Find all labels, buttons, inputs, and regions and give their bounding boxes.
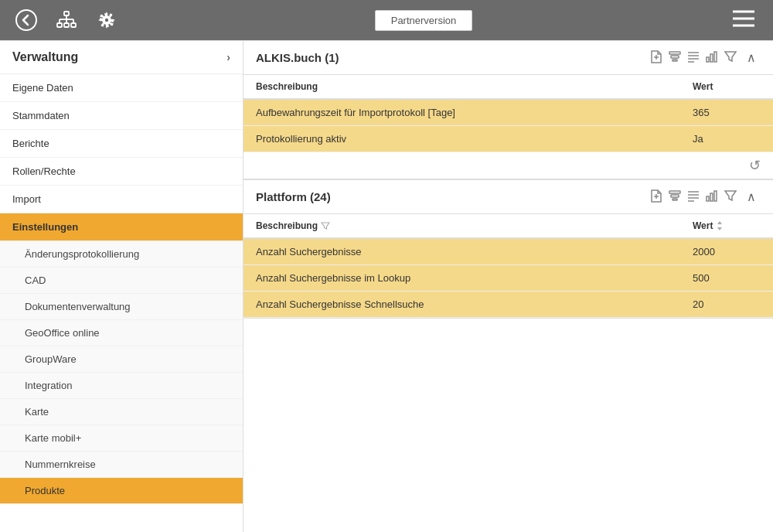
table-row[interactable]: Anzahl Suchergebnisse 2000 bbox=[243, 238, 773, 265]
svg-rect-28 bbox=[714, 52, 717, 62]
sidebar-item-karte-mobil[interactable]: Karte mobil+ bbox=[0, 425, 243, 452]
svg-rect-26 bbox=[707, 57, 709, 62]
sidebar-item-produkte[interactable]: Produkte bbox=[0, 478, 243, 504]
plattform-row0-beschreibung: Anzahl Suchergebnisse bbox=[243, 238, 680, 265]
svg-rect-20 bbox=[671, 56, 679, 58]
filter-icon[interactable] bbox=[668, 49, 682, 66]
svg-rect-27 bbox=[710, 54, 713, 62]
chart-icon[interactable] bbox=[705, 49, 719, 66]
plattform-col-wert: Wert bbox=[680, 214, 773, 238]
section-plattform: Plattform (24) bbox=[243, 180, 773, 319]
topbar-right bbox=[727, 6, 761, 34]
plattform-table: Beschreibung Wert bbox=[243, 214, 773, 318]
hamburger-button[interactable] bbox=[727, 6, 761, 34]
sidebar-item-import[interactable]: Import bbox=[0, 186, 243, 213]
section-plattform-title: Plattform (24) bbox=[256, 190, 643, 203]
alkis-col-beschreibung: Beschreibung bbox=[243, 75, 680, 99]
alkis-table: Beschreibung Wert Aufbewahrungszeit für … bbox=[243, 75, 773, 152]
section-alkis-buch-title: ALKIS.buch (1) bbox=[256, 51, 643, 64]
plattform-col-beschreibung: Beschreibung bbox=[243, 214, 680, 238]
topbar-center: Partnerversion bbox=[133, 10, 714, 31]
svg-point-0 bbox=[16, 10, 36, 30]
undo-icon[interactable]: ↺ bbox=[749, 157, 761, 174]
undo-area: ↺ bbox=[243, 152, 773, 179]
sidebar-item-einstellungen[interactable]: Einstellungen bbox=[0, 213, 243, 241]
plattform-table-header: Beschreibung Wert bbox=[243, 214, 773, 238]
right-panel: ALKIS.buch (1) bbox=[243, 41, 773, 532]
svg-rect-33 bbox=[673, 199, 677, 200]
svg-rect-2 bbox=[57, 23, 62, 27]
plattform-collapse-button[interactable]: ∧ bbox=[742, 188, 761, 206]
main-container: Verwaltung › Eigene Daten Stammdaten Ber… bbox=[0, 40, 773, 532]
plattform-filter2-icon[interactable] bbox=[668, 189, 682, 206]
svg-rect-40 bbox=[714, 191, 717, 201]
plattform-wert-sort-icon[interactable] bbox=[716, 220, 724, 231]
section-plattform-header: Plattform (24) bbox=[243, 180, 773, 214]
sidebar-item-integration[interactable]: Integration bbox=[0, 373, 243, 399]
sidebar-item-cad[interactable]: CAD bbox=[0, 268, 243, 294]
funnel-icon[interactable] bbox=[724, 49, 737, 66]
list-icon[interactable] bbox=[686, 49, 700, 66]
svg-rect-31 bbox=[669, 191, 680, 193]
gear-button[interactable] bbox=[93, 6, 121, 34]
sidebar-item-groupware[interactable]: GroupWare bbox=[0, 346, 243, 373]
svg-rect-39 bbox=[710, 193, 713, 201]
plattform-row2-beschreibung: Anzahl Suchergebnisse Schnellsuche bbox=[243, 292, 680, 318]
alkis-table-header: Beschreibung Wert bbox=[243, 75, 773, 99]
table-row[interactable]: Anzahl Suchergebnisse im Lookup 500 bbox=[243, 265, 773, 292]
svg-rect-3 bbox=[64, 23, 69, 27]
sidebar-item-nummernkreise[interactable]: Nummernkreise bbox=[0, 452, 243, 478]
sidebar-item-dokumentenverwaltung[interactable]: Dokumentenverwaltung bbox=[0, 294, 243, 320]
plattform-list-icon[interactable] bbox=[686, 189, 700, 206]
section-alkis-buch-icons: ∧ bbox=[649, 49, 761, 66]
alkis-row1-wert: Ja bbox=[680, 126, 773, 152]
section-alkis-buch: ALKIS.buch (1) bbox=[243, 41, 773, 180]
back-icon bbox=[15, 9, 37, 31]
new-icon[interactable] bbox=[649, 49, 663, 66]
plattform-row0-wert: 2000 bbox=[680, 238, 773, 265]
gear-icon bbox=[96, 9, 117, 31]
partner-badge: Partnerversion bbox=[375, 10, 473, 31]
sidebar-title: Verwaltung bbox=[12, 50, 78, 64]
svg-rect-1 bbox=[64, 12, 69, 15]
plattform-funnel-icon[interactable] bbox=[724, 189, 737, 206]
plattform-new-icon[interactable] bbox=[649, 189, 663, 206]
sidebar-item-eigene-daten[interactable]: Eigene Daten bbox=[0, 74, 243, 102]
topbar: Partnerversion bbox=[0, 0, 773, 40]
table-row[interactable]: Aufbewahrungszeit für Importprotokoll [T… bbox=[243, 99, 773, 126]
hamburger-icon bbox=[733, 9, 754, 28]
sidebar-item-rollen-rechte[interactable]: Rollen/Rechte bbox=[0, 158, 243, 186]
sidebar: Verwaltung › Eigene Daten Stammdaten Ber… bbox=[0, 41, 243, 532]
plattform-row1-beschreibung: Anzahl Suchergebnisse im Lookup bbox=[243, 265, 680, 292]
alkis-row0-wert: 365 bbox=[680, 99, 773, 126]
svg-rect-4 bbox=[71, 23, 76, 27]
topbar-left bbox=[12, 6, 121, 34]
table-row[interactable]: Anzahl Suchergebnisse Schnellsuche 20 bbox=[243, 292, 773, 318]
plattform-row2-wert: 20 bbox=[680, 292, 773, 318]
sidebar-item-stammdaten[interactable]: Stammdaten bbox=[0, 102, 243, 130]
sidebar-item-aenderungsprotokollierung[interactable]: Änderungsprotokollierung bbox=[0, 241, 243, 268]
network-button[interactable] bbox=[53, 6, 80, 34]
section-alkis-buch-header: ALKIS.buch (1) bbox=[243, 41, 773, 75]
plattform-beschreibung-filter-icon[interactable] bbox=[321, 221, 330, 230]
sidebar-header: Verwaltung › bbox=[0, 41, 243, 74]
sidebar-expand-icon[interactable]: › bbox=[226, 51, 230, 63]
plattform-row1-wert: 500 bbox=[680, 265, 773, 292]
svg-rect-19 bbox=[669, 52, 680, 54]
sidebar-item-berichte[interactable]: Berichte bbox=[0, 130, 243, 158]
plattform-chart-icon[interactable] bbox=[705, 189, 719, 206]
alkis-collapse-button[interactable]: ∧ bbox=[742, 49, 761, 66]
section-plattform-icons: ∧ bbox=[649, 188, 761, 206]
sidebar-item-karte[interactable]: Karte bbox=[0, 399, 243, 425]
svg-rect-21 bbox=[673, 60, 677, 61]
alkis-row0-beschreibung: Aufbewahrungszeit für Importprotokoll [T… bbox=[243, 99, 680, 126]
sidebar-item-geooffice-online[interactable]: GeoOffice online bbox=[0, 320, 243, 346]
svg-rect-32 bbox=[671, 195, 679, 197]
table-row[interactable]: Protokollierung aktiv Ja bbox=[243, 126, 773, 152]
back-button[interactable] bbox=[12, 6, 40, 34]
alkis-col-wert: Wert bbox=[680, 75, 773, 99]
svg-rect-38 bbox=[707, 196, 709, 201]
alkis-row1-beschreibung: Protokollierung aktiv bbox=[243, 126, 680, 152]
network-icon bbox=[56, 9, 77, 31]
